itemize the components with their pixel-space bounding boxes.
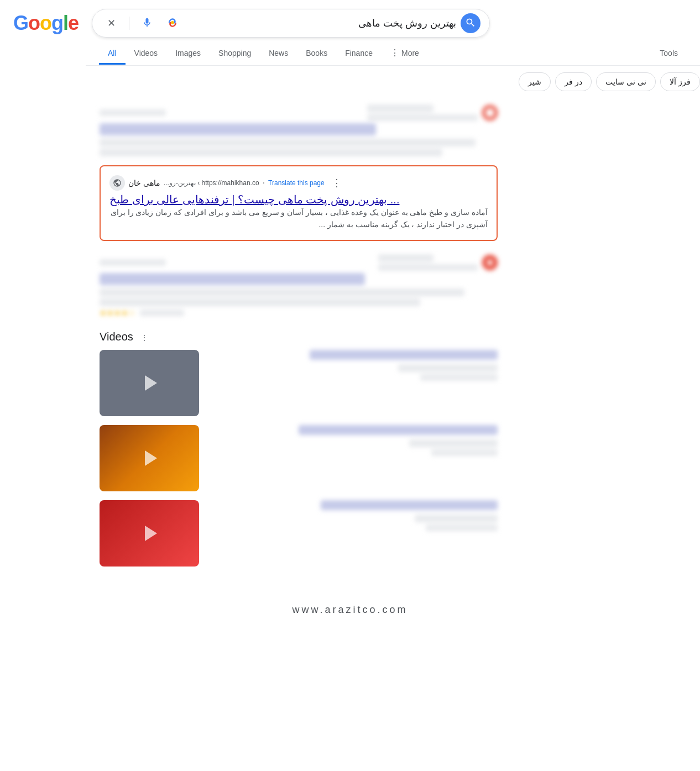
- filter-chips: فرز آلا نی نی سایت در فر شیر: [0, 66, 700, 98]
- favicon-1: [482, 105, 498, 120]
- footer-watermark: www.arazitco.com: [0, 593, 700, 627]
- filter-chip-0[interactable]: فرز آلا: [660, 72, 700, 91]
- tab-all[interactable]: All: [99, 43, 126, 65]
- svg-point-0: [171, 21, 174, 24]
- clear-icon: ✕: [107, 17, 116, 29]
- filter-chip-3[interactable]: شیر: [519, 72, 551, 91]
- translate-link[interactable]: Translate this page: [268, 179, 325, 187]
- clear-button[interactable]: ✕: [101, 13, 121, 33]
- search-submit-button[interactable]: [461, 13, 480, 33]
- tab-books[interactable]: Books: [297, 43, 336, 65]
- search-result-3: ★★★★☆: [100, 248, 498, 324]
- more-options-icon: ⋮: [332, 177, 342, 189]
- tab-news[interactable]: News: [260, 43, 297, 65]
- result-more-button[interactable]: ⋮: [329, 175, 344, 191]
- svg-point-1: [485, 108, 495, 118]
- google-logo[interactable]: G o o g l e: [13, 12, 79, 35]
- lens-search-button[interactable]: [163, 13, 182, 33]
- result-snippet-2: آماده سازی و طبخ ماهی به عنوان یک وعده غ…: [109, 206, 488, 231]
- tab-videos[interactable]: Videos: [126, 43, 167, 65]
- search-icon: [465, 17, 476, 30]
- rating-stars: ★★★★☆: [100, 308, 135, 317]
- tab-finance[interactable]: Finance: [336, 43, 382, 65]
- tab-images[interactable]: Images: [166, 43, 210, 65]
- tab-shopping[interactable]: Shopping: [210, 43, 260, 65]
- divider: [129, 17, 129, 30]
- svg-point-2: [487, 259, 493, 265]
- video-card-1: [100, 350, 498, 416]
- lens-icon: [167, 17, 178, 30]
- search-bar: ✕ بهترین روش پخت: [92, 9, 490, 38]
- url-separator: ·: [263, 178, 265, 188]
- voice-search-button[interactable]: [137, 13, 157, 33]
- search-result-1: [100, 98, 498, 163]
- video-card-2: [100, 425, 498, 491]
- video-thumbnail-3: [100, 500, 199, 567]
- tab-more[interactable]: ⋮ More: [382, 42, 428, 65]
- header: G o o g l e ✕: [0, 0, 700, 38]
- site-url-2: https://mahikhan.co › بهترین-رو...: [164, 179, 259, 187]
- favicon-3: [482, 255, 498, 270]
- main-content: ⋮ Translate this page · https://mahikhan…: [0, 98, 498, 582]
- nav-tabs: All Videos Images Shopping News Books Fi…: [86, 38, 700, 66]
- filter-chip-1[interactable]: نی نی سایت: [596, 72, 656, 91]
- result-source-2: ⋮ Translate this page · https://mahikhan…: [109, 175, 488, 191]
- video-thumbnail-2: [100, 425, 199, 491]
- video-card-3: [100, 500, 498, 567]
- more-dots-icon: ⋮: [390, 48, 399, 58]
- video-thumbnail-1: [100, 350, 199, 416]
- favicon-2: [109, 175, 125, 191]
- mic-icon: [142, 17, 153, 30]
- videos-section: Videos ⋮: [100, 324, 498, 582]
- videos-section-header: Videos ⋮: [100, 331, 498, 343]
- result-title-2[interactable]: بهترین روش پخت ماهی چیست؟ | ترفندهایی عا…: [109, 193, 399, 206]
- search-bar-right-icons: ✕: [101, 13, 182, 33]
- tools-button[interactable]: Tools: [651, 43, 687, 65]
- filter-chip-2[interactable]: در فر: [555, 72, 592, 91]
- site-name-2: ماهی خان: [128, 179, 160, 187]
- featured-result: ⋮ Translate this page · https://mahikhan…: [100, 165, 498, 241]
- search-input[interactable]: بهترین روش پخت ماهی: [187, 18, 456, 29]
